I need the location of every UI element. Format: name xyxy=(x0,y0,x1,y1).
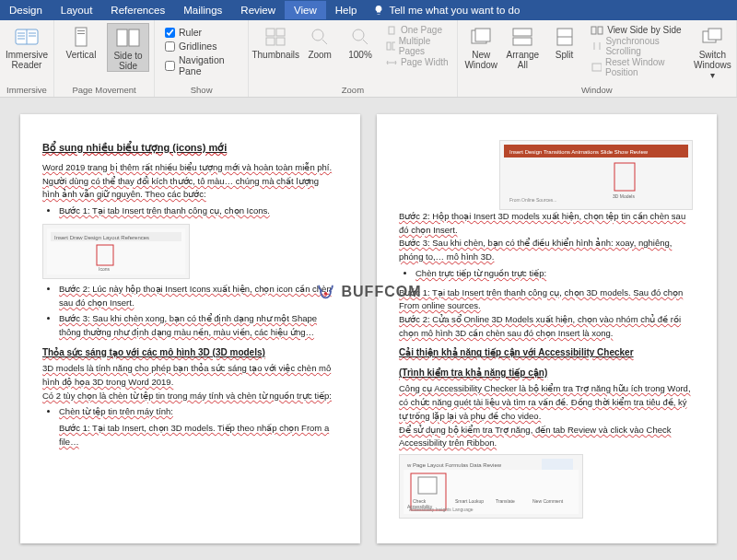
svg-text:Smart Lookup: Smart Lookup xyxy=(455,498,484,504)
svg-rect-3 xyxy=(77,33,85,34)
lightbulb-icon xyxy=(373,5,384,16)
arrange-all-button[interactable]: Arrange All xyxy=(504,23,542,70)
tell-me-search[interactable]: Tell me what you want to do xyxy=(366,5,520,16)
menu-design[interactable]: Design xyxy=(0,1,52,19)
insert-ribbon-screenshot: Insert Draw Design Layout ReferencesIcon… xyxy=(42,224,190,279)
svg-rect-7 xyxy=(276,29,285,36)
side-to-side-icon xyxy=(115,27,141,49)
arrange-all-icon xyxy=(509,26,535,48)
zoom-100-icon xyxy=(347,26,373,48)
page1-heading-icons: Bổ sung nhiều biểu tượng (icons) mới xyxy=(42,140,338,156)
svg-rect-23 xyxy=(592,64,602,71)
new-window-button[interactable]: New Window xyxy=(462,23,500,70)
group-show: Ruler Gridlines Navigation Pane Show xyxy=(155,20,249,97)
svg-rect-6 xyxy=(266,29,275,36)
thumbnails-button[interactable]: Thumbnails xyxy=(253,23,298,60)
page2-heading-accessibility: Cải thiện khả năng tiếp cận với Accessib… xyxy=(399,345,695,360)
svg-rect-5 xyxy=(129,29,139,46)
page-width-button: Page Width xyxy=(386,57,449,67)
svg-rect-9 xyxy=(276,38,285,45)
svg-rect-2 xyxy=(77,30,85,31)
reset-window-position-button: Reset Window Position xyxy=(591,57,686,77)
vertical-page-icon xyxy=(68,26,94,48)
svg-text:Translate: Translate xyxy=(496,498,515,504)
vertical-button[interactable]: Vertical xyxy=(59,23,103,60)
thumbnails-icon xyxy=(263,26,288,48)
svg-point-11 xyxy=(353,29,364,41)
svg-text:Insert  Design  Transitions  A: Insert Design Transitions Animations Sli… xyxy=(509,149,649,155)
svg-rect-4 xyxy=(117,29,127,46)
group-page-movement: Vertical Side to Side Page Movement xyxy=(54,20,155,97)
zoom-100-button: 100% xyxy=(342,23,379,60)
menu-mailings[interactable]: Mailings xyxy=(174,1,231,19)
new-window-icon xyxy=(468,26,494,48)
svg-text:From Online Sources...: From Online Sources... xyxy=(509,197,556,203)
ribbon-view: Immersive Reader Immersive Vertical Side… xyxy=(0,20,737,98)
svg-text:w  Page Layout  Formulas  Data: w Page Layout Formulas Data Review xyxy=(406,462,502,468)
svg-rect-8 xyxy=(266,38,275,45)
svg-point-10 xyxy=(312,29,323,41)
group-zoom: Thumbnails Zoom 100% One Page Multiple P… xyxy=(249,20,457,97)
one-page-button: One Page xyxy=(386,25,449,35)
menu-layout[interactable]: Layout xyxy=(52,1,102,19)
gridlines-checkbox[interactable]: Gridlines xyxy=(165,41,238,52)
svg-text:3D Models: 3D Models xyxy=(613,193,635,199)
zoom-button: Zoom xyxy=(301,23,338,60)
svg-rect-21 xyxy=(591,27,596,34)
side-to-side-button[interactable]: Side to Side xyxy=(107,23,149,72)
svg-text:Accessibility   Insights   Lan: Accessibility Insights Language xyxy=(409,507,474,512)
page1-heading-3d: Thỏa sức sáng tạo với các mô hình 3D (3D… xyxy=(42,345,338,360)
svg-text:New Comment: New Comment xyxy=(532,498,564,504)
menu-view[interactable]: View xyxy=(285,1,326,19)
svg-rect-43 xyxy=(418,477,437,494)
split-button[interactable]: Split xyxy=(545,23,583,60)
switch-windows-icon xyxy=(699,26,725,48)
svg-text:Insert  Draw  Design  Layout  : Insert Draw Design Layout References xyxy=(54,235,149,240)
svg-rect-40 xyxy=(542,459,573,470)
svg-rect-12 xyxy=(389,27,394,34)
group-window: New Window Arrange All Split View Side b… xyxy=(458,20,737,97)
document-workspace: BUFFCOM Bổ sung nhiều biểu tượng (icons)… xyxy=(0,98,737,560)
view-side-by-side-button[interactable]: View Side by Side xyxy=(591,25,686,35)
svg-text:Icons: Icons xyxy=(99,266,110,272)
synchronous-scrolling-button: Synchronous Scrolling xyxy=(591,36,686,56)
menu-references[interactable]: References xyxy=(101,1,174,19)
switch-windows-button[interactable]: Switch Windows ▾ xyxy=(694,23,731,80)
split-icon xyxy=(552,26,578,48)
svg-rect-18 xyxy=(513,38,532,45)
multiple-pages-button: Multiple Pages xyxy=(386,36,449,56)
svg-rect-16 xyxy=(475,29,490,41)
word-menu-bar: Design Layout References Mailings Review… xyxy=(0,0,737,20)
menu-review[interactable]: Review xyxy=(231,1,285,19)
review-ribbon-screenshot: w Page Layout Formulas Data ReviewCheckA… xyxy=(399,454,583,519)
powerpoint-ribbon-screenshot: Insert Design Transitions Animations Sli… xyxy=(499,140,693,210)
svg-rect-25 xyxy=(708,29,721,40)
group-immersive: Immersive Reader Immersive xyxy=(0,20,54,97)
svg-rect-17 xyxy=(513,29,532,36)
svg-rect-14 xyxy=(392,42,395,50)
svg-rect-22 xyxy=(598,27,602,34)
immersive-reader-button[interactable]: Immersive Reader xyxy=(5,23,49,70)
svg-rect-13 xyxy=(387,42,391,50)
ruler-checkbox[interactable]: Ruler xyxy=(165,27,238,38)
immersive-reader-icon xyxy=(14,26,40,48)
document-page-2[interactable]: Insert Design Transitions Animations Sli… xyxy=(377,114,717,543)
navigation-pane-checkbox[interactable]: Navigation Pane xyxy=(165,54,238,76)
document-page-1[interactable]: Bổ sung nhiều biểu tượng (icons) mới Wor… xyxy=(20,114,360,543)
menu-help[interactable]: Help xyxy=(326,1,367,19)
zoom-icon xyxy=(307,26,333,48)
